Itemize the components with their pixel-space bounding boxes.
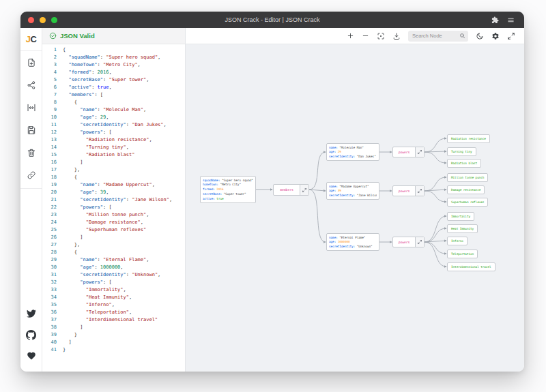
editor-line: 17 }, — [42, 166, 185, 174]
graph-edge — [425, 242, 446, 267]
graph-node-leaf-7[interactable]: Immortality — [447, 212, 474, 221]
editor-line: 26 ] — [42, 234, 185, 241]
line-number: 40 — [42, 339, 63, 346]
line-number: 19 — [42, 181, 63, 189]
share-nodes-icon[interactable] — [25, 79, 38, 91]
line-number: 38 — [42, 324, 63, 331]
graph-node-leaf-3[interactable]: Radiation blast — [447, 159, 481, 168]
twitter-icon[interactable] — [25, 307, 38, 320]
app-logo[interactable]: JC — [20, 28, 42, 51]
zoom-button[interactable] — [51, 17, 57, 23]
line-number: 33 — [42, 286, 63, 294]
graph-node-powers-1[interactable]: powers — [392, 147, 425, 157]
save-icon[interactable] — [25, 124, 38, 136]
fullscreen-icon[interactable] — [507, 32, 515, 40]
line-number: 25 — [42, 226, 63, 234]
extension-puzzle-icon[interactable] — [491, 16, 499, 24]
line-number: 37 — [42, 316, 63, 324]
editor-line: 40 ] — [42, 339, 185, 346]
line-number: 32 — [42, 279, 63, 286]
editor-line: 1{ — [42, 46, 185, 54]
line-number: 22 — [42, 204, 63, 211]
line-number: 17 — [42, 166, 63, 174]
line-number: 28 — [42, 249, 63, 256]
graph-node-leaf-2[interactable]: Turning tiny — [447, 147, 476, 156]
graph-node-leaf-5[interactable]: Damage resistance — [447, 185, 485, 194]
minimize-button[interactable] — [40, 17, 46, 23]
expand-icon[interactable] — [415, 186, 424, 196]
window-title: JSON Crack - Editor | JSON Crack — [20, 16, 524, 23]
github-icon[interactable] — [25, 329, 38, 341]
editor-line: 41} — [42, 346, 185, 354]
new-document-icon[interactable] — [25, 57, 38, 69]
editor-line: 4 "formed": 2016, — [42, 69, 185, 76]
graph-node-root[interactable]: squadName: "Super hero squad"homeTown: "… — [200, 176, 256, 203]
settings-gear-icon[interactable] — [491, 32, 500, 40]
graph-node-leaf-8[interactable]: Heat Immunity — [447, 224, 478, 233]
graph-node-leaf-11[interactable]: Interdimensional travel — [447, 262, 495, 271]
zoom-out-icon[interactable] — [362, 32, 369, 40]
editor-line: 19 "name": "Madame Uppercut", — [42, 181, 185, 189]
trash-icon[interactable] — [25, 147, 38, 159]
graph-node-members[interactable]: members — [273, 184, 309, 196]
graph-node-member-3[interactable]: name: "Eternal Flame"age: 1000000secretI… — [326, 233, 379, 251]
graph-node-leaf-9[interactable]: Inferno — [447, 237, 468, 245]
line-number: 6 — [42, 84, 63, 91]
editor-line: 30 "age": 1000000, — [42, 264, 185, 271]
browser-menu-icon[interactable] — [507, 16, 515, 24]
graph-node-powers-2[interactable]: powers — [392, 185, 425, 196]
editor-line: 24 "Damage resistance", — [42, 219, 185, 226]
search-icon — [459, 33, 465, 39]
graph-node-leaf-4[interactable]: Million tonne punch — [447, 173, 488, 182]
download-icon[interactable] — [392, 32, 401, 40]
line-number: 7 — [42, 91, 63, 99]
graph-node-powers-3[interactable]: powers — [392, 237, 425, 247]
expand-icon[interactable] — [415, 147, 424, 157]
line-number: 8 — [42, 99, 63, 106]
line-number: 14 — [42, 144, 63, 151]
graph-node-leaf-1[interactable]: Radiation resistance — [447, 134, 490, 143]
editor-line: 32 "powers": [ — [42, 279, 185, 286]
graph-node-leaf-6[interactable]: Superhuman reflexes — [447, 198, 488, 207]
dark-mode-moon-icon[interactable] — [476, 32, 484, 40]
line-number: 5 — [42, 76, 63, 84]
line-number: 11 — [42, 121, 63, 129]
graph-node-member-1[interactable]: name: "Molecule Man"age: 29secretIdentit… — [326, 143, 379, 161]
editor-line: 34 "Heat Immunity", — [42, 294, 185, 301]
graph-canvas[interactable]: squadName: "Super hero squad"homeTown: "… — [186, 44, 524, 372]
editor-line: 16 ] — [42, 159, 185, 166]
center-focus-icon[interactable] — [377, 32, 385, 40]
graph-edge — [425, 177, 446, 191]
graph-edge — [425, 190, 446, 191]
expand-icon[interactable] — [300, 185, 308, 195]
window-controls — [20, 17, 57, 23]
editor-line: 20 "age": 39, — [42, 189, 185, 196]
editor-line: 28 { — [42, 249, 185, 256]
graph-edge — [309, 190, 326, 242]
editor-line: 12 "powers": [ — [42, 129, 185, 136]
heart-icon[interactable] — [25, 350, 38, 362]
editor-line: 38 ] — [42, 324, 185, 331]
link-icon[interactable] — [25, 169, 38, 181]
graph-node-leaf-10[interactable]: Teleportation — [447, 250, 478, 258]
graph-edge — [309, 152, 326, 190]
graph-node-member-2[interactable]: name: "Madame Uppercut"age: 39secretIden… — [326, 182, 379, 200]
editor-line: 5 "secretBase": "Super tower", — [42, 76, 185, 84]
line-number: 41 — [42, 346, 63, 354]
zoom-in-icon[interactable] — [347, 32, 354, 40]
editor-line: 29 "name": "Eternal Flame", — [42, 256, 185, 264]
line-number: 16 — [42, 159, 63, 166]
editor-line: 13 "Radiation resistance", — [42, 136, 185, 144]
expand-icon[interactable] — [415, 237, 424, 247]
line-number: 10 — [42, 114, 63, 121]
editor-line: 39 } — [42, 331, 185, 339]
editor-line: 10 "age": 29, — [42, 114, 185, 121]
line-number: 35 — [42, 301, 63, 309]
editor-line: 22 "powers": [ — [42, 204, 185, 211]
close-button[interactable] — [28, 17, 34, 23]
fit-width-icon[interactable] — [25, 102, 38, 114]
editor-line: 21 "secretIdentity": "Jane Wilson", — [42, 196, 185, 204]
editor-line: 31 "secretIdentity": "Unknown", — [42, 271, 185, 279]
json-editor[interactable]: 1{2 "squadName": "Super hero squad",3 "h… — [42, 44, 186, 372]
titlebar: JSON Crack - Editor | JSON Crack — [20, 12, 524, 28]
